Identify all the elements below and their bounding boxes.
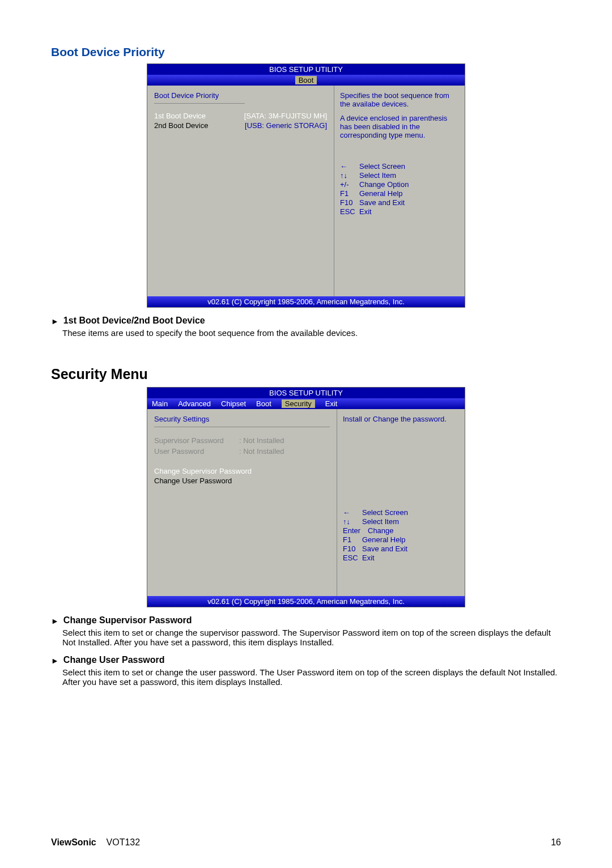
bios-left-panel: Boot Device Priority 1st Boot Device [SA… [147, 86, 334, 296]
divider [154, 103, 245, 104]
bios-help-panel: Specifies the boot sequence from the ava… [334, 86, 465, 296]
change-supervisor-password[interactable]: Change Supervisor Password [154, 467, 330, 475]
bios-help-panel: Install or Change the password. ←Select … [337, 409, 465, 596]
boot-row-1-label: 1st Boot Device [154, 112, 206, 120]
footer-brand: ViewSonic [51, 837, 96, 847]
divider [154, 427, 330, 427]
panel-header: Boot Device Priority [154, 91, 327, 100]
bios-left-panel: Security Settings Supervisor Password : … [147, 409, 337, 596]
bios-footer: v02.61 (C) Copyright 1985-2006, American… [147, 296, 465, 307]
footer-model: VOT132 [107, 837, 141, 847]
panel-header: Security Settings [154, 415, 330, 423]
change-user-password[interactable]: Change User Password [154, 476, 330, 485]
help-desc-1: Specifies the boot sequence from the ava… [340, 91, 459, 108]
tab-boot[interactable]: Boot [295, 76, 317, 84]
item-heading-bootdevice: 1st Boot Device/2nd Boot Device [63, 316, 205, 326]
boot-row-2-label: 2nd Boot Device [154, 121, 208, 130]
bios-tabs: Boot [147, 75, 465, 86]
help-keys: ←Select Screen ↑↓Select Item EnterChange… [343, 508, 459, 562]
boot-row-2-value: [USB: Generic STORAG] [245, 121, 327, 130]
bios-title: BIOS SETUP UTILITY [147, 64, 465, 75]
tab-security[interactable]: Security [282, 399, 315, 408]
bios-title: BIOS SETUP UTILITY [147, 388, 465, 398]
tab-exit[interactable]: Exit [325, 399, 338, 408]
item-text-supervisor: Select this item to set or change the su… [62, 628, 561, 647]
help-desc-2: A device enclosed in parenthesis has bee… [340, 114, 459, 139]
bios-screenshot-security: BIOS SETUP UTILITY Main Advanced Chipset… [147, 387, 465, 607]
bios-screenshot-boot: BIOS SETUP UTILITY Boot Boot Device Prio… [147, 63, 465, 308]
item-heading-user: Change User Password [63, 655, 165, 665]
arrow-icon: ► [51, 316, 59, 328]
tab-chipset[interactable]: Chipset [221, 399, 246, 408]
help-desc: Install or Change the password. [343, 415, 459, 423]
supervisor-pw-row: Supervisor Password : Not Installed [154, 435, 330, 446]
boot-row-1-value: [SATA: 3M-FUJITSU MH] [244, 112, 327, 120]
bios-footer: v02.61 (C) Copyright 1985-2006, American… [147, 596, 465, 607]
tab-main[interactable]: Main [152, 399, 168, 408]
help-keys: ←Select Screen ↑↓Select Item +/-Change O… [340, 162, 459, 216]
item-text-bootdevice: These items are used to specify the boot… [62, 328, 561, 338]
section-heading-security: Security Menu [51, 366, 561, 382]
bios-tabs: Main Advanced Chipset Boot Security Exit [147, 398, 465, 409]
item-heading-supervisor: Change Supervisor Password [63, 615, 192, 626]
arrow-icon: ► [51, 655, 59, 667]
tab-boot[interactable]: Boot [256, 399, 271, 408]
section-heading-boot: Boot Device Priority [51, 45, 561, 59]
page-footer: ViewSonic VOT132 16 [51, 837, 561, 848]
arrow-icon: ► [51, 615, 59, 628]
boot-row-2[interactable]: 2nd Boot Device [USB: Generic STORAG] [154, 121, 327, 130]
user-pw-row: User Password : Not Installed [154, 446, 330, 457]
page-number: 16 [551, 837, 561, 848]
item-text-user: Select this item to set or change the us… [62, 667, 561, 687]
tab-advanced[interactable]: Advanced [178, 399, 211, 408]
boot-row-1[interactable]: 1st Boot Device [SATA: 3M-FUJITSU MH] [154, 112, 327, 120]
